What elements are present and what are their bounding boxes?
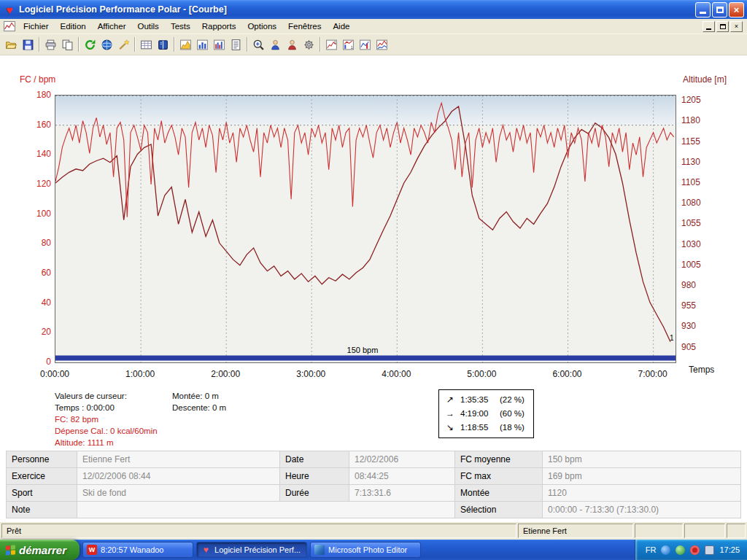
time-tick-label: 1:00:00 bbox=[117, 369, 163, 379]
print-icon[interactable] bbox=[42, 36, 59, 53]
cursor-values-block: Valeurs de curseur: Temps : 0:00:00 FC: … bbox=[55, 390, 158, 448]
svg-text:150 bpm: 150 bpm bbox=[347, 346, 379, 354]
network-tray-icon[interactable] bbox=[661, 545, 670, 555]
slope-summary-box: ↗1:35:35(22 %)→4:19:00(60 %)↘1:18:55(18 … bbox=[438, 389, 534, 438]
fc-axis-title: FC / bpm bbox=[20, 74, 55, 85]
altitude-tick-label: 980 bbox=[681, 280, 696, 290]
fc-tick-label: 160 bbox=[20, 120, 51, 130]
diary-icon[interactable] bbox=[155, 36, 171, 53]
task-label: 8:20:57 Wanadoo bbox=[101, 545, 163, 554]
polar-heart-icon: ♥ bbox=[3, 3, 16, 16]
menu-options[interactable]: Options bbox=[241, 20, 282, 32]
fc-tick-label: 120 bbox=[20, 179, 51, 189]
area-chart-icon[interactable] bbox=[177, 36, 194, 53]
menu-fichier[interactable]: Fichier bbox=[18, 20, 55, 32]
multi-chart-icon[interactable] bbox=[211, 36, 228, 53]
ascent-descent-block: Montée: 0 m Descente: 0 m bbox=[172, 390, 226, 413]
copy-icon[interactable] bbox=[59, 36, 76, 53]
altitude-tick-label: 1005 bbox=[681, 260, 701, 270]
mdi-close-button[interactable]: × bbox=[730, 21, 743, 32]
globe-icon[interactable] bbox=[98, 36, 115, 53]
chart-var4-icon[interactable] bbox=[374, 36, 390, 53]
person-red-icon[interactable] bbox=[284, 36, 301, 53]
bar-chart-icon[interactable] bbox=[194, 36, 211, 53]
wanadoo-icon: W bbox=[87, 545, 97, 555]
fc-tick-label: 80 bbox=[20, 238, 51, 248]
minimize-button[interactable] bbox=[695, 2, 711, 18]
report-icon[interactable] bbox=[228, 36, 244, 53]
taskbar-task-wanadoo[interactable]: W8:20:57 Wanadoo bbox=[82, 542, 193, 558]
close-button[interactable]: × bbox=[729, 2, 744, 18]
refresh-icon[interactable] bbox=[82, 36, 98, 53]
menu-fenetres[interactable]: Fenêtres bbox=[282, 20, 327, 32]
flat-arrow-icon: → bbox=[445, 407, 455, 421]
taskbar: démarrer W8:20:57 Wanadoo♥Logiciel Préci… bbox=[0, 540, 747, 560]
table-label-cell: Personne bbox=[7, 451, 77, 468]
chart-var1-icon[interactable]: 1 bbox=[323, 36, 340, 53]
slope-percent: (22 %) bbox=[500, 393, 525, 407]
table-label-cell: Note bbox=[7, 502, 77, 518]
desktop: ♥ Logiciel Précision Performance Polar -… bbox=[0, 0, 747, 560]
table-row: PersonneEtienne FertDate12/02/2006FC moy… bbox=[7, 451, 741, 468]
cursor-altitude: Altitude: 1111 m bbox=[55, 437, 158, 448]
zoom-icon[interactable] bbox=[250, 36, 267, 53]
table-icon[interactable] bbox=[138, 36, 155, 53]
wizard-icon[interactable] bbox=[115, 36, 132, 53]
status-ready: Prêt bbox=[1, 524, 516, 538]
chart-var2-icon[interactable]: 1 bbox=[340, 36, 357, 53]
slope-row: →4:19:00(60 %) bbox=[445, 407, 525, 421]
language-indicator[interactable]: FR bbox=[646, 545, 657, 554]
table-label-cell: Durée bbox=[280, 485, 349, 502]
modem-tray-icon[interactable] bbox=[690, 545, 700, 555]
slope-duration: 4:19:00 bbox=[460, 407, 495, 421]
taskbar-task-photo-editor[interactable]: Microsoft Photo Editor bbox=[310, 542, 421, 558]
save-icon[interactable] bbox=[20, 36, 36, 53]
hr-altitude-curve[interactable]: 150 bpm1 bbox=[55, 96, 676, 362]
menu-rapports[interactable]: Rapports bbox=[196, 20, 242, 32]
plot-frame[interactable]: 150 bpm1 bbox=[55, 95, 676, 363]
svg-text:1: 1 bbox=[351, 44, 353, 49]
table-value-cell: Etienne Fert bbox=[77, 451, 280, 468]
open-icon[interactable] bbox=[3, 36, 20, 53]
fc-tick-label: 100 bbox=[20, 209, 51, 219]
cursor-calories: Dépense Cal.: 0 kcal/60min bbox=[55, 425, 158, 437]
mdi-restore-button[interactable] bbox=[716, 21, 729, 32]
menu-afficher[interactable]: Afficher bbox=[92, 20, 132, 32]
menu-tests[interactable]: Tests bbox=[165, 20, 196, 32]
mdi-minimize-button[interactable] bbox=[703, 21, 715, 32]
statusbar: Prêt Etienne Fert bbox=[0, 522, 747, 540]
maximize-button[interactable] bbox=[712, 2, 727, 18]
time-tick-label: 4:00:00 bbox=[373, 369, 419, 379]
taskbar-task-polar-heart[interactable]: ♥Logiciel Précision Perf... bbox=[196, 542, 307, 558]
menu-aide[interactable]: Aide bbox=[327, 20, 355, 32]
altitude-tick-label: 1155 bbox=[681, 136, 700, 147]
options-icon[interactable] bbox=[301, 36, 317, 53]
table-label-cell: Heure bbox=[280, 468, 349, 485]
table-label-cell: Sélection bbox=[455, 502, 543, 518]
start-button[interactable]: démarrer bbox=[0, 540, 80, 560]
status-panel-1 bbox=[635, 524, 683, 538]
menu-edition[interactable]: Edition bbox=[55, 20, 92, 32]
slope-row: ↗1:35:35(22 %) bbox=[445, 393, 525, 407]
up-arrow-icon: ↗ bbox=[445, 393, 455, 407]
cursor-fc: FC: 82 bpm bbox=[55, 413, 158, 425]
table-value-cell: 150 bpm bbox=[543, 451, 741, 468]
altitude-tick-label: 955 bbox=[681, 300, 696, 311]
menu-outils[interactable]: Outils bbox=[131, 20, 164, 32]
chart-var3-icon[interactable] bbox=[357, 36, 374, 53]
toolbar-separator bbox=[78, 37, 80, 52]
display-tray-icon[interactable] bbox=[705, 545, 714, 555]
titlebar: ♥ Logiciel Précision Performance Polar -… bbox=[0, 0, 747, 19]
descent-value: Descente: 0 m bbox=[172, 402, 226, 413]
update-tray-icon[interactable] bbox=[676, 545, 685, 555]
slope-duration: 1:35:35 bbox=[460, 393, 495, 407]
table-label-cell: Exercice bbox=[7, 468, 77, 485]
table-label-cell: FC moyenne bbox=[455, 451, 543, 468]
table-value-cell: 12/02/2006 bbox=[349, 451, 455, 468]
clock: 17:25 bbox=[719, 545, 740, 554]
svg-text:1: 1 bbox=[670, 334, 674, 342]
table-row: SportSki de fondDurée7:13:31.6Montée1120 bbox=[7, 485, 741, 502]
person-blue-icon[interactable] bbox=[267, 36, 284, 53]
toolbar-separator bbox=[134, 37, 136, 52]
altitude-tick-label: 1030 bbox=[681, 239, 701, 249]
